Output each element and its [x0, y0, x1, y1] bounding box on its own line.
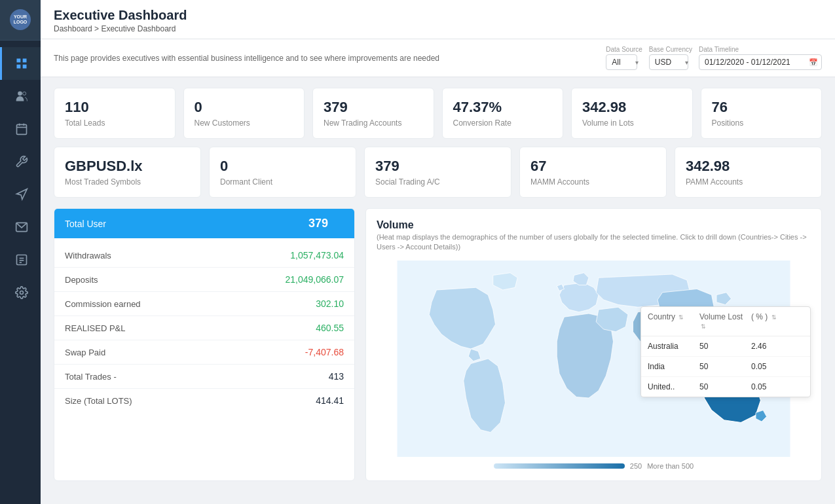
sidebar-item-settings[interactable]	[0, 276, 41, 309]
data-source-select-wrap: All	[606, 54, 642, 70]
breadcrumb-home[interactable]: Dashboard	[54, 24, 92, 33]
stat-new-customers-label: New Customers	[195, 118, 294, 128]
breadcrumb-current: Executive Dashboard	[101, 24, 176, 33]
stat-dormant-client-label: Dormant Client	[220, 177, 345, 187]
breadcrumb: Dashboard > Executive Dashboard	[54, 24, 822, 33]
metric-swap-paid-value: -7,407.68	[305, 347, 344, 357]
sidebar-item-users[interactable]	[0, 80, 41, 113]
stats-row-1: 110 Total Leads 0 New Customers 379 New …	[54, 88, 822, 139]
stat-most-traded-value: GBPUSD.lx	[65, 158, 190, 175]
volume-united: 50	[699, 382, 751, 391]
col-volume-lost[interactable]: Volume Lost ⇅	[699, 312, 751, 331]
sidebar-item-calendar[interactable]	[0, 113, 41, 145]
legend-label-500: More than 500	[647, 462, 694, 470]
total-user-value: 379	[308, 217, 328, 230]
stat-most-traded: GBPUSD.lx Most Traded Symbols	[54, 147, 201, 198]
legend-label-250: 250	[630, 462, 642, 470]
legend-bar	[494, 463, 625, 469]
volume-india: 50	[699, 362, 751, 371]
table-row-india[interactable]: India 50 0.05	[641, 357, 810, 377]
stat-pamm-value: 342.98	[686, 158, 811, 175]
svg-rect-3	[22, 65, 26, 69]
stat-conversion-rate: 47.37% Conversion Rate	[442, 88, 564, 139]
main-content: Executive Dashboard Dashboard > Executiv…	[41, 0, 835, 504]
date-range-input[interactable]	[699, 54, 822, 70]
metric-withdrawals: Withdrawals 1,057,473.04	[54, 243, 354, 268]
stats-row-2: GBPUSD.lx Most Traded Symbols 0 Dormant …	[54, 147, 822, 198]
volume-table-header: Country ⇅ Volume Lost ⇅ ( % ) ⇅	[641, 307, 810, 336]
world-map-container[interactable]: Country ⇅ Volume Lost ⇅ ( % ) ⇅ Australi…	[377, 261, 811, 457]
svg-point-4	[18, 92, 22, 96]
volume-panel: Volume (Heat map displays the demographi…	[365, 208, 822, 481]
metric-swap-paid: Swap Paid -7,407.68	[54, 340, 354, 365]
base-currency-filter: Base Currency USD	[649, 46, 692, 70]
sidebar: YOURLOGO	[0, 0, 41, 504]
megaphone-icon	[15, 188, 28, 201]
svg-rect-0	[16, 59, 20, 63]
stat-social-trading-value: 379	[375, 158, 500, 175]
stat-conversion-rate-label: Conversion Rate	[453, 118, 553, 128]
data-source-select[interactable]: All	[606, 54, 637, 70]
sidebar-item-dashboard[interactable]	[0, 47, 41, 80]
logo-circle: YOURLOGO	[10, 9, 31, 30]
metric-size-lots: Size (Total LOTS) 414.41	[54, 389, 354, 412]
stat-pamm: 342.98 PAMM Accounts	[675, 147, 822, 198]
metric-size-lots-name: Size (Total LOTS)	[65, 396, 132, 406]
data-source-label: Data Source	[606, 46, 642, 53]
sidebar-item-mail[interactable]	[0, 211, 41, 243]
country-united: United..	[648, 382, 699, 391]
metric-swap-paid-name: Swap Paid	[65, 348, 105, 357]
base-currency-select-wrap: USD	[649, 54, 692, 70]
logo[interactable]: YOURLOGO	[0, 0, 41, 41]
stat-positions-label: Positions	[712, 118, 811, 128]
table-row-australia[interactable]: Australia 50 2.46	[641, 336, 810, 357]
stat-mamm: 67 MAMM Accounts	[519, 147, 667, 198]
svg-rect-2	[16, 65, 20, 69]
date-range-wrap	[699, 54, 822, 70]
col-percent[interactable]: ( % ) ⇅	[751, 312, 804, 331]
toolbar: This page provides executives with essen…	[41, 39, 835, 77]
total-user-label: Total User	[65, 219, 106, 229]
stat-social-trading: 379 Social Trading A/C	[364, 147, 511, 198]
metric-deposits: Deposits 21,049,066.07	[54, 268, 354, 292]
total-user-bar: Total User 379	[54, 209, 354, 238]
metric-size-lots-value: 414.41	[316, 395, 344, 406]
percent-india: 0.05	[751, 362, 804, 371]
metric-realised-pnl-name: REALISED P&L	[65, 323, 126, 333]
metric-commission-value: 302.10	[316, 298, 344, 309]
percent-united: 0.05	[751, 382, 804, 391]
sidebar-item-tools[interactable]	[0, 145, 41, 178]
stat-new-trading-accounts-value: 379	[324, 99, 423, 116]
country-india: India	[648, 362, 699, 371]
metric-total-trades: Total Trades - 413	[54, 365, 354, 389]
metric-realised-pnl-value: 460.55	[316, 323, 344, 333]
stat-new-customers: 0 New Customers	[183, 88, 305, 139]
page-header: Executive Dashboard Dashboard > Executiv…	[41, 0, 835, 39]
sidebar-item-marketing[interactable]	[0, 178, 41, 211]
svg-point-5	[22, 92, 26, 95]
table-row-united[interactable]: United.. 50 0.05	[641, 377, 810, 397]
metric-withdrawals-value: 1,057,473.04	[290, 250, 344, 261]
volume-table: Country ⇅ Volume Lost ⇅ ( % ) ⇅ Australi…	[640, 306, 811, 397]
dashboard-content: 110 Total Leads 0 New Customers 379 New …	[41, 77, 835, 504]
base-currency-select[interactable]: USD	[649, 54, 688, 70]
stat-new-trading-accounts: 379 New Trading Accounts	[312, 88, 434, 139]
toolbar-description: This page provides executives with essen…	[54, 54, 606, 63]
sidebar-item-report[interactable]	[0, 243, 41, 276]
stat-conversion-rate-value: 47.37%	[453, 99, 553, 116]
metric-commission-name: Commission earned	[65, 299, 141, 309]
stat-most-traded-label: Most Traded Symbols	[65, 177, 190, 187]
stat-new-customers-value: 0	[195, 99, 294, 116]
col-country[interactable]: Country ⇅	[648, 312, 699, 331]
percent-australia: 2.46	[751, 342, 804, 351]
stat-volume-lots-value: 342.98	[582, 99, 682, 116]
svg-rect-1	[22, 59, 26, 63]
stat-positions: 76 Positions	[701, 88, 823, 139]
volume-australia: 50	[699, 342, 751, 351]
map-legend: 250 More than 500	[377, 462, 811, 470]
volume-title: Volume	[377, 219, 811, 231]
metrics-list: Withdrawals 1,057,473.04 Deposits 21,049…	[54, 238, 354, 418]
stat-mamm-value: 67	[530, 158, 656, 175]
metric-deposits-value: 21,049,066.07	[285, 274, 344, 285]
metric-realised-pnl: REALISED P&L 460.55	[54, 316, 354, 340]
